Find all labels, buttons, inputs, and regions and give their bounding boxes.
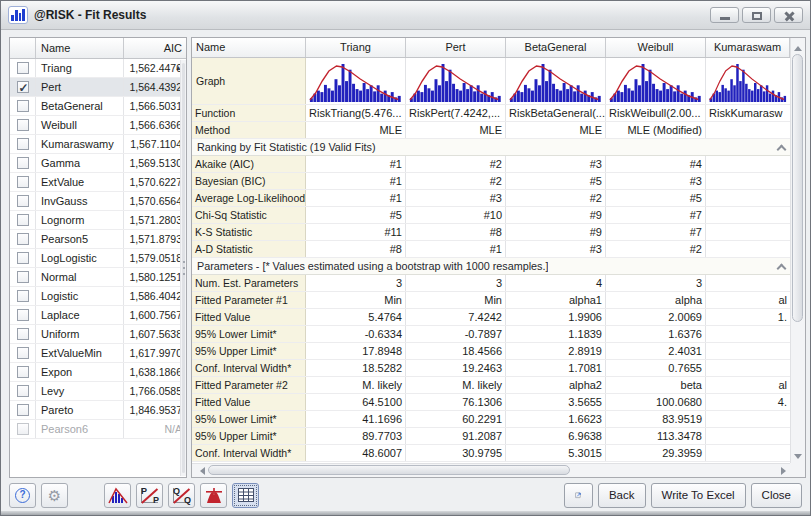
- vertical-scrollbar-thumb[interactable]: [792, 54, 803, 322]
- distribution-overlay-button[interactable]: [200, 483, 227, 508]
- list-item[interactable]: Lognorm1,571.2803: [10, 211, 186, 230]
- fit-graph-thumbnail: [706, 58, 790, 104]
- scroll-up-icon[interactable]: [791, 38, 805, 53]
- fit-comparison-graph-button[interactable]: [104, 483, 131, 508]
- list-item[interactable]: Uniform1,607.5638: [10, 325, 186, 344]
- fit-checkbox[interactable]: [17, 119, 29, 131]
- table-cell: -0.7897: [406, 326, 506, 342]
- write-to-excel-button[interactable]: Write To Excel: [651, 483, 746, 508]
- fit-checkbox[interactable]: [17, 423, 29, 435]
- title-bar[interactable]: @RISK - Fit Results: [1, 1, 810, 30]
- table-cell: 18.4566: [406, 343, 506, 359]
- list-item[interactable]: Gamma1,569.5130: [10, 154, 186, 173]
- horizontal-scrollbar-thumb[interactable]: [208, 465, 570, 475]
- list-item[interactable]: InvGauss1,570.6564: [10, 192, 186, 211]
- fit-checkbox[interactable]: [17, 138, 29, 150]
- table-cell: [706, 156, 790, 172]
- fit-list: Triang1,562.4470Pert1,564.4392BetaGenera…: [10, 59, 186, 439]
- list-item[interactable]: Pert1,564.4392: [10, 78, 186, 97]
- back-button[interactable]: Back: [598, 483, 646, 508]
- fit-name: Triang: [36, 59, 124, 77]
- export-button[interactable]: [564, 483, 593, 508]
- close-dialog-button[interactable]: Close: [751, 483, 802, 508]
- table-cell: 3: [606, 275, 706, 291]
- table-row: Chi-Sq Statistic#5#10#9#7: [192, 207, 790, 224]
- fit-graph-thumbnail: [306, 58, 406, 104]
- list-item[interactable]: Logistic1,586.4042: [10, 287, 186, 306]
- pp-plot-button[interactable]: P P: [136, 483, 163, 508]
- row-label: Akaike (AIC): [192, 156, 306, 172]
- scroll-down-icon[interactable]: [791, 448, 805, 463]
- fit-checkbox[interactable]: [17, 366, 29, 378]
- fit-checkbox[interactable]: [17, 233, 29, 245]
- checkbox-cell: [10, 211, 36, 229]
- close-button[interactable]: [774, 7, 803, 23]
- settings-button[interactable]: ⚙: [41, 483, 68, 508]
- fit-checkbox[interactable]: [17, 404, 29, 416]
- fit-checkbox[interactable]: [17, 195, 29, 207]
- list-item[interactable]: Kumaraswamy1,567.1104: [10, 135, 186, 154]
- list-item[interactable]: Expon1,638.1866: [10, 363, 186, 382]
- fit-checkbox[interactable]: [17, 157, 29, 169]
- fit-checkbox[interactable]: [17, 81, 29, 93]
- column-header-fit[interactable]: Kumaraswam: [706, 38, 790, 57]
- left-panel-scrollbar[interactable]: [180, 60, 186, 476]
- fit-name: Pearson5: [36, 230, 124, 248]
- fit-checkbox[interactable]: [17, 100, 29, 112]
- list-item[interactable]: Pareto1,846.9537: [10, 401, 186, 420]
- list-item[interactable]: Triang1,562.4470: [10, 59, 186, 78]
- column-header-fit[interactable]: Pert: [406, 38, 506, 57]
- table-cell: 100.0680: [606, 394, 706, 410]
- list-item[interactable]: ExtValueMin1,617.9970: [10, 344, 186, 363]
- fit-checkbox[interactable]: [17, 309, 29, 321]
- horizontal-scrollbar[interactable]: [192, 463, 790, 477]
- scroll-left-icon[interactable]: [192, 464, 207, 477]
- checkbox-column-header: [10, 38, 36, 58]
- fit-checkbox[interactable]: [17, 347, 29, 359]
- qq-plot-button[interactable]: Q Q: [168, 483, 195, 508]
- list-item[interactable]: Laplace1,600.7567: [10, 306, 186, 325]
- list-item[interactable]: ExtValue1,570.6227: [10, 173, 186, 192]
- statistics-grid-button[interactable]: [232, 483, 259, 508]
- maximize-button[interactable]: [742, 7, 771, 23]
- minimize-button[interactable]: [710, 7, 739, 23]
- list-item[interactable]: Levy1,766.0585: [10, 382, 186, 401]
- table-cell: #3: [506, 241, 606, 257]
- list-item[interactable]: Pearson51,571.8793: [10, 230, 186, 249]
- fit-name: ExtValue: [36, 173, 124, 191]
- section-collapse-icon[interactable]: [777, 263, 787, 273]
- table-cell: #1: [306, 173, 406, 189]
- column-header-fit[interactable]: Triang: [306, 38, 406, 57]
- fit-checkbox[interactable]: [17, 252, 29, 264]
- fit-checkbox[interactable]: [17, 271, 29, 283]
- table-cell: [706, 275, 790, 291]
- list-item[interactable]: LogLogistic1,579.0518: [10, 249, 186, 268]
- comparison-panel: NameTriangPertBetaGeneralWeibullKumarasw…: [191, 37, 806, 478]
- list-item[interactable]: Weibull1,566.6366: [10, 116, 186, 135]
- column-header-fit[interactable]: BetaGeneral: [506, 38, 606, 57]
- fit-checkbox[interactable]: [17, 62, 29, 74]
- section-collapse-icon[interactable]: [777, 144, 787, 154]
- list-item[interactable]: BetaGeneral1,566.5031: [10, 97, 186, 116]
- scroll-right-icon[interactable]: [775, 464, 790, 477]
- help-button[interactable]: ?: [9, 483, 36, 508]
- fit-checkbox[interactable]: [17, 290, 29, 302]
- column-header-fit[interactable]: Weibull: [606, 38, 706, 57]
- row-label: Average Log-Likelihood: [192, 190, 306, 206]
- row-label: Conf. Interval Width*: [192, 360, 306, 376]
- list-item[interactable]: Pearson6N/A: [10, 420, 186, 439]
- fit-checkbox[interactable]: [17, 328, 29, 340]
- table-cell: [706, 411, 790, 427]
- checkbox-cell: [10, 97, 36, 115]
- aic-column-header[interactable]: AIC▲: [124, 38, 186, 58]
- table-cell: 1.: [706, 309, 790, 325]
- name-column-header[interactable]: Name: [36, 38, 124, 58]
- table-cell: 91.2087: [406, 428, 506, 444]
- table-cell: #8: [306, 241, 406, 257]
- fit-checkbox[interactable]: [17, 214, 29, 226]
- vertical-scrollbar[interactable]: [790, 38, 805, 463]
- fit-checkbox[interactable]: [17, 385, 29, 397]
- fit-checkbox[interactable]: [17, 176, 29, 188]
- list-item[interactable]: Normal1,580.1251: [10, 268, 186, 287]
- fit-name: Pert: [36, 78, 124, 96]
